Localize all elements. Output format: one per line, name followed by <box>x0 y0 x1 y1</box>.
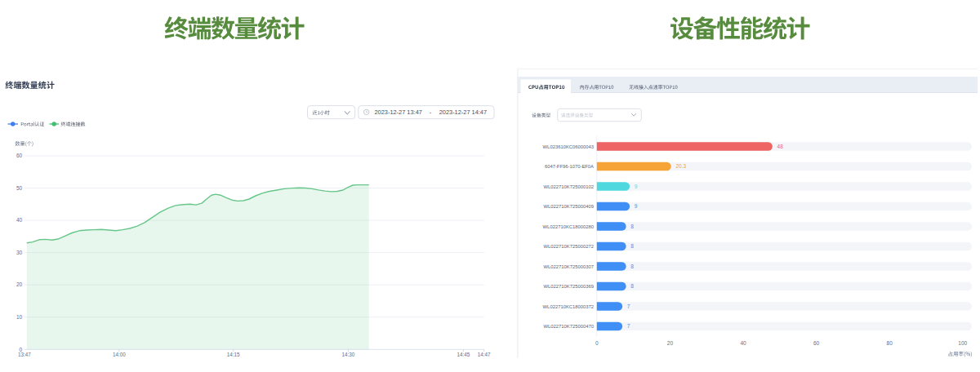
svg-text:2023-12-27 13:47: 2023-12-27 13:47 <box>375 108 422 116</box>
svg-text:WL022710KC18000372: WL022710KC18000372 <box>543 304 594 309</box>
svg-text:40: 40 <box>16 217 23 223</box>
svg-text:13:47: 13:47 <box>18 352 31 357</box>
svg-text:14:15: 14:15 <box>227 352 240 357</box>
svg-text:WL022710K725000470: WL022710K725000470 <box>544 324 595 329</box>
svg-text:WL022710K725000307: WL022710K725000307 <box>544 264 594 269</box>
svg-text:14:45: 14:45 <box>457 352 470 357</box>
svg-text:14:30: 14:30 <box>342 352 355 357</box>
svg-text:40: 40 <box>740 340 746 346</box>
svg-text:8: 8 <box>630 224 634 229</box>
svg-text:0: 0 <box>595 340 599 346</box>
svg-text:60: 60 <box>16 153 23 158</box>
svg-text:7: 7 <box>627 323 630 329</box>
svg-text:20: 20 <box>16 281 23 287</box>
svg-text:8: 8 <box>630 243 634 249</box>
svg-text:50: 50 <box>16 185 23 191</box>
svg-text:7: 7 <box>627 303 630 309</box>
svg-text:8: 8 <box>630 264 634 269</box>
svg-text:14:00: 14:00 <box>113 352 126 357</box>
svg-text:9: 9 <box>635 184 638 189</box>
svg-text:9: 9 <box>635 203 638 209</box>
svg-text:20: 20 <box>667 340 674 346</box>
svg-text:WL022710K725000102: WL022710K725000102 <box>544 184 594 189</box>
svg-text:30: 30 <box>16 250 23 255</box>
svg-text:WL022710K725000272: WL022710K725000272 <box>544 244 594 249</box>
svg-text:6047-FF96-1070-EF0A: 6047-FF96-1070-EF0A <box>545 164 594 169</box>
svg-text:48: 48 <box>777 144 784 149</box>
svg-text:WL022710K725000409: WL022710K725000409 <box>544 204 594 209</box>
svg-text:20.3: 20.3 <box>675 163 686 169</box>
svg-text:WL022710KC18000280: WL022710KC18000280 <box>543 224 595 229</box>
svg-text:WL023610KC06000043: WL023610KC06000043 <box>543 144 594 149</box>
svg-text:WL022710K725000369: WL022710K725000369 <box>544 284 594 289</box>
svg-text:14:47: 14:47 <box>478 352 491 357</box>
svg-text:100: 100 <box>958 340 967 346</box>
svg-text:10: 10 <box>16 314 23 320</box>
svg-text:2023-12-27 14:47: 2023-12-27 14:47 <box>439 108 487 116</box>
svg-text:80: 80 <box>887 340 893 346</box>
svg-text:60: 60 <box>813 340 820 346</box>
svg-text:8: 8 <box>630 283 634 289</box>
